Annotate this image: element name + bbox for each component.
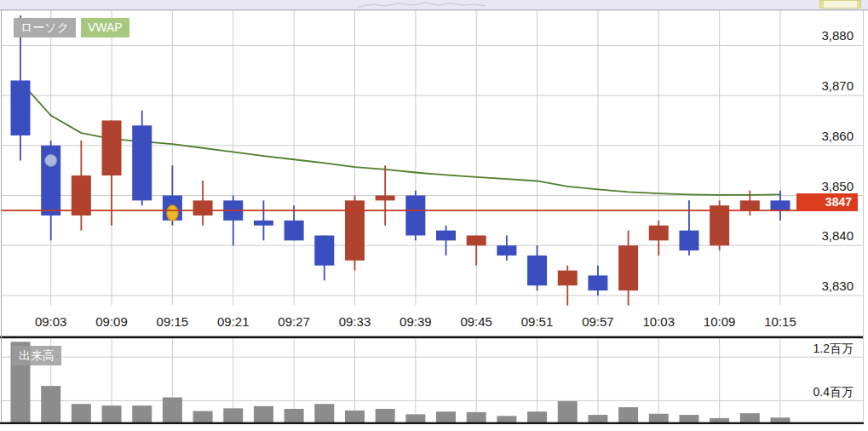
time-axis-label: 09:45 xyxy=(451,315,502,329)
candle-body xyxy=(771,200,790,210)
volume-bar xyxy=(132,405,152,422)
volume-bar xyxy=(679,415,698,422)
volume-bar xyxy=(254,406,273,422)
candle-body xyxy=(649,226,669,241)
volume-bar xyxy=(436,411,456,422)
candle-body xyxy=(132,125,152,200)
time-axis-label: 10:09 xyxy=(694,315,745,329)
volume-bar xyxy=(405,414,425,422)
time-axis-label: 09:39 xyxy=(390,315,441,329)
candle-body xyxy=(102,120,122,175)
price-axis-label: 3,860 xyxy=(794,129,854,143)
volume-bar xyxy=(649,414,669,422)
time-axis-label: 10:15 xyxy=(755,315,806,329)
volume-bar xyxy=(710,418,729,422)
candle-body xyxy=(558,271,578,286)
candle-body xyxy=(405,196,425,236)
pane-separator-bottom xyxy=(0,422,864,424)
volume-axis-label: 1.2百万 xyxy=(785,342,854,355)
candle-body xyxy=(618,245,638,290)
candle-body xyxy=(740,200,760,210)
volume-bar xyxy=(41,386,60,422)
candle-body xyxy=(679,231,698,250)
volume-pane-label: 出来高 xyxy=(12,346,61,365)
volume-bar xyxy=(618,407,638,422)
time-axis-label: 09:33 xyxy=(329,315,380,329)
candle-body xyxy=(345,200,365,260)
volume-bar xyxy=(740,413,760,422)
volume-bar xyxy=(467,412,486,422)
candle-body xyxy=(436,231,456,241)
volume-bar xyxy=(72,404,91,422)
price-axis-label: 3,850 xyxy=(794,180,854,193)
price-axis-label: 3,870 xyxy=(794,79,854,93)
time-axis-label: 09:09 xyxy=(86,315,137,329)
price-axis-label: 3,880 xyxy=(794,29,854,43)
volume-bar xyxy=(345,411,365,422)
price-axis-label: 3,830 xyxy=(794,279,854,293)
time-axis-label: 09:51 xyxy=(512,315,563,329)
volume-bar xyxy=(223,408,243,422)
volume-bar xyxy=(497,416,516,422)
candle-body xyxy=(254,221,273,226)
navigator-preview-line xyxy=(0,0,868,9)
time-axis-label: 09:27 xyxy=(268,315,319,329)
chart-root: ローソク VWAP 出来高 3847 3,8803,8703,8603,8503… xyxy=(0,0,868,431)
volume-bar xyxy=(163,398,182,422)
candle-body xyxy=(497,245,516,256)
time-axis-label: 09:03 xyxy=(26,315,77,329)
time-axis-label: 10:03 xyxy=(633,315,684,329)
candle-body xyxy=(11,80,31,135)
volume-bar xyxy=(193,411,213,422)
volume-bar xyxy=(558,401,578,422)
volume-bar xyxy=(376,409,395,422)
time-axis-label: 09:57 xyxy=(572,315,624,329)
volume-bar xyxy=(285,409,304,422)
volume-bar xyxy=(588,415,607,422)
candle-body xyxy=(527,256,547,285)
candle-body xyxy=(285,221,304,240)
navigator-strip[interactable] xyxy=(0,0,868,10)
candle-body xyxy=(193,200,213,216)
time-axis-label: 09:21 xyxy=(208,315,259,329)
candle-body xyxy=(72,175,91,216)
time-axis-label: 09:15 xyxy=(147,315,198,329)
last-price-box: 3847 xyxy=(796,193,858,211)
legend-candlestick-chip[interactable]: ローソク xyxy=(14,18,76,37)
navigator-window-handle[interactable] xyxy=(819,0,861,9)
execution-marker-blue xyxy=(45,154,57,166)
legend-vwap-chip[interactable]: VWAP xyxy=(81,18,129,37)
candle-body xyxy=(314,235,334,265)
candle-body xyxy=(710,205,729,245)
candle-body xyxy=(376,196,395,201)
order-marker-yellow xyxy=(167,205,178,221)
volume-bar xyxy=(102,405,122,422)
volume-axis-label: 0.4百万 xyxy=(785,385,854,399)
candle-body xyxy=(588,275,607,290)
pane-separator-top xyxy=(0,336,864,339)
volume-bar xyxy=(314,404,334,422)
chart-canvas xyxy=(0,0,868,431)
candle-body xyxy=(467,235,486,245)
price-axis-label: 3,840 xyxy=(794,229,854,243)
volume-bar xyxy=(771,417,790,422)
volume-bar xyxy=(527,411,547,422)
